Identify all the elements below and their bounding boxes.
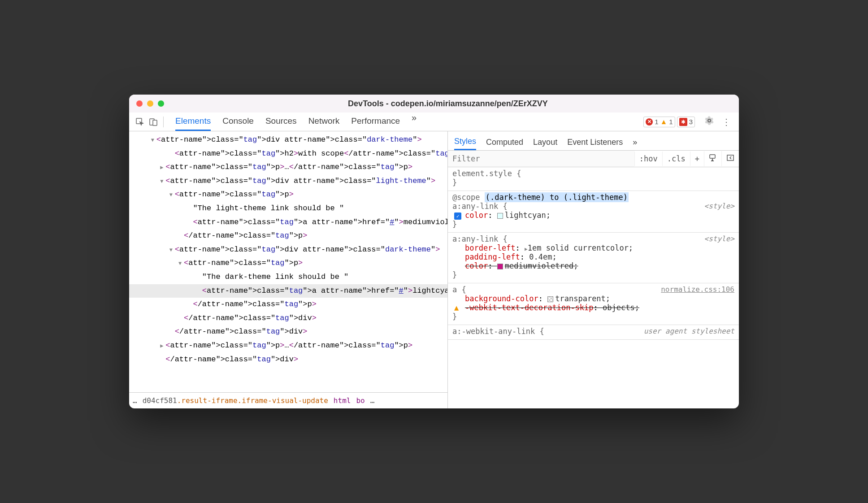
tab-layout[interactable]: Layout <box>533 135 557 150</box>
maximize-window-icon[interactable] <box>158 100 164 107</box>
status-badges: ✕1 ▲1 ✱3 <box>643 117 695 127</box>
main-tabs: Elements Console Sources Network Perform… <box>175 113 641 131</box>
device-toggle-icon[interactable] <box>148 117 159 127</box>
svg-rect-2 <box>153 120 157 126</box>
breadcrumb-ellipsis: … <box>370 396 375 405</box>
css-rule[interactable]: user agent stylesheeta:-webkit-any-link … <box>448 325 739 340</box>
dom-node[interactable]: </attr-name">class="tag">div> <box>129 325 447 339</box>
styles-filter-input[interactable] <box>448 151 634 167</box>
separator <box>163 117 164 127</box>
color-swatch-icon[interactable] <box>497 264 503 269</box>
dom-node[interactable]: "The light-theme link should be " <box>129 202 447 216</box>
dom-node[interactable]: <attr-name">class="tag">a attr-name">hre… <box>129 216 447 230</box>
devtools-window: DevTools - codepen.io/miriamsuzanne/pen/… <box>129 95 739 408</box>
dom-node[interactable]: "The dark-theme link should be " <box>129 270 447 284</box>
color-swatch-icon[interactable] <box>547 296 553 302</box>
kebab-menu-icon[interactable]: ⋮ <box>719 117 733 127</box>
add-rule-button[interactable]: + <box>690 152 704 166</box>
tab-styles[interactable]: Styles <box>454 134 476 150</box>
dom-node[interactable]: ▼<attr-name">class="tag">p> <box>129 188 447 202</box>
content-area: ▼<attr-name">class="tag">div attr-name">… <box>129 131 739 408</box>
tab-network[interactable]: Network <box>308 113 340 131</box>
dom-node[interactable]: ▼<attr-name">class="tag">div attr-name">… <box>129 174 447 188</box>
css-rule[interactable]: normalize.css:106a {background-color: tr… <box>448 283 739 325</box>
main-toolbar: Elements Console Sources Network Perform… <box>129 113 739 131</box>
filter-bar: :hov .cls + <box>448 151 739 167</box>
breadcrumb-item: d04cf581 <box>143 396 177 405</box>
settings-icon[interactable] <box>702 116 716 127</box>
warning-icon: ▲ <box>454 303 459 312</box>
css-rule[interactable]: element.style {} <box>448 167 739 191</box>
dom-node[interactable]: </attr-name">class="tag">div> <box>129 353 447 367</box>
tab-computed[interactable]: Computed <box>486 135 523 150</box>
breadcrumb-item[interactable]: bo <box>356 396 365 405</box>
more-tabs-icon[interactable]: » <box>412 113 417 131</box>
breadcrumb-ellipsis[interactable]: … <box>133 396 137 405</box>
error-icon: ✕ <box>646 118 653 126</box>
warning-icon: ▲ <box>660 118 667 126</box>
dom-node[interactable]: ▶<attr-name">class="tag">p>…</attr-name"… <box>129 339 447 353</box>
dom-node[interactable]: </attr-name">class="tag">p> <box>129 229 447 243</box>
dom-node[interactable]: ▼<attr-name">class="tag">p> <box>129 256 447 270</box>
color-swatch-icon[interactable] <box>497 213 503 219</box>
dom-node[interactable]: ▼<attr-name">class="tag">div attr-name">… <box>129 243 447 257</box>
inspect-element-icon[interactable] <box>135 117 145 127</box>
computed-sidebar-icon[interactable] <box>721 151 739 166</box>
checkbox-icon[interactable]: ✓ <box>454 212 461 220</box>
css-rule[interactable]: <style>a:any-link {border-left: ▶ 1em so… <box>448 233 739 283</box>
issues-badge[interactable]: ✱3 <box>677 117 695 127</box>
tab-event-listeners[interactable]: Event Listeners <box>567 135 623 150</box>
tab-console[interactable]: Console <box>222 113 254 131</box>
breadcrumb: … d04cf581.result-iframe.iframe-visual-u… <box>129 392 447 408</box>
styles-panel: Styles Computed Layout Event Listeners »… <box>447 131 739 408</box>
dom-node[interactable]: <attr-name">class="tag">a attr-name">hre… <box>129 284 447 298</box>
dom-node[interactable]: ▶<attr-name">class="tag">p>…</attr-name"… <box>129 160 447 174</box>
tab-sources[interactable]: Sources <box>265 113 297 131</box>
issue-icon: ✱ <box>679 118 687 126</box>
hov-button[interactable]: :hov <box>634 152 662 166</box>
titlebar: DevTools - codepen.io/miriamsuzanne/pen/… <box>129 95 739 113</box>
cls-button[interactable]: .cls <box>662 152 690 166</box>
error-warning-badge[interactable]: ✕1 ▲1 <box>643 117 675 127</box>
svg-rect-3 <box>710 155 715 158</box>
tab-performance[interactable]: Performance <box>351 113 400 131</box>
styles-rules[interactable]: element.style {}@scope (.dark-theme) to … <box>448 167 739 408</box>
close-window-icon[interactable] <box>136 100 143 107</box>
window-title: DevTools - codepen.io/miriamsuzanne/pen/… <box>164 99 732 108</box>
traffic-lights <box>136 100 164 107</box>
dom-node[interactable]: </attr-name">class="tag">p> <box>129 298 447 312</box>
dom-node[interactable]: <attr-name">class="tag">h2>with scope</a… <box>129 147 447 161</box>
paint-icon[interactable] <box>704 151 721 166</box>
minimize-window-icon[interactable] <box>147 100 153 107</box>
more-styles-tabs-icon[interactable]: » <box>633 135 637 150</box>
elements-panel: ▼<attr-name">class="tag">div attr-name">… <box>129 131 447 408</box>
styles-tabs: Styles Computed Layout Event Listeners » <box>448 131 739 151</box>
css-rule[interactable]: @scope (.dark-theme) to (.light-theme)<s… <box>448 191 739 233</box>
dom-node[interactable]: </attr-name">class="tag">div> <box>129 312 447 325</box>
breadcrumb-item[interactable]: html <box>334 396 351 405</box>
tab-elements[interactable]: Elements <box>175 113 211 131</box>
breadcrumb-item: .result-iframe.iframe-visual-update <box>177 396 328 405</box>
dom-node[interactable]: ▼<attr-name">class="tag">div attr-name">… <box>129 133 447 147</box>
dom-tree[interactable]: ▼<attr-name">class="tag">div attr-name">… <box>129 131 447 392</box>
